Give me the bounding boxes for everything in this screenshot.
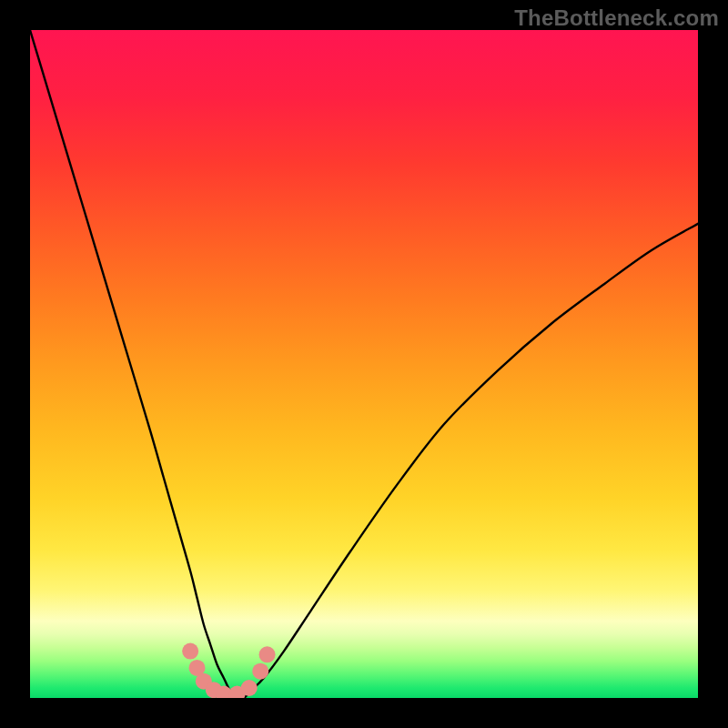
outer-frame: TheBottleneck.com — [0, 0, 728, 728]
plot-area — [30, 30, 698, 698]
svg-rect-0 — [30, 30, 698, 698]
gradient-background — [30, 30, 698, 698]
watermark-text: TheBottleneck.com — [514, 5, 719, 31]
